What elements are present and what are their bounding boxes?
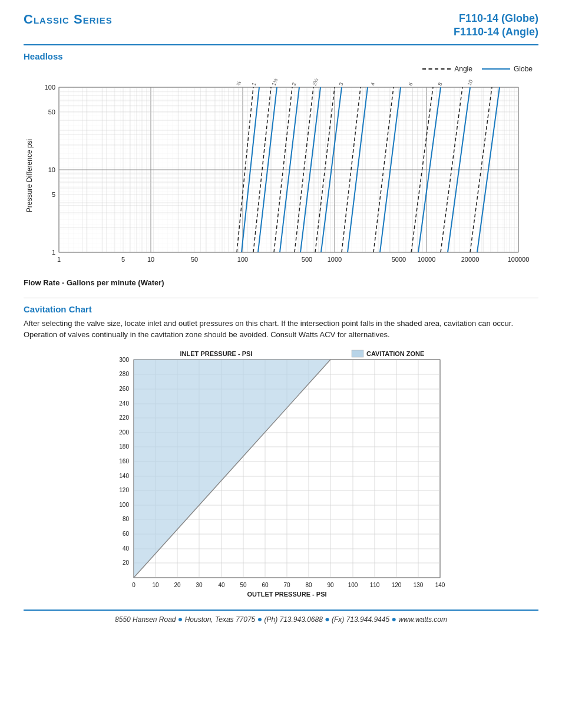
headloss-svg: Pressure Difference psi <box>24 75 536 276</box>
svg-text:100: 100 <box>237 256 248 263</box>
header-left: Classic Series <box>24 12 113 27</box>
svg-text:5: 5 <box>121 256 125 263</box>
y-axis-label: Pressure Difference psi <box>25 139 34 213</box>
legend-globe-line <box>482 68 510 70</box>
svg-text:220: 220 <box>119 414 129 421</box>
headloss-chart-wrap: Angle Globe <box>24 65 538 287</box>
svg-rect-114 <box>352 350 363 357</box>
svg-text:200: 200 <box>119 429 129 436</box>
svg-text:120: 120 <box>392 582 402 588</box>
svg-text:40: 40 <box>218 582 225 588</box>
cavitation-svg: INLET PRESSURE - PSI CAVITATION ZONE <box>98 348 464 601</box>
cavitation-description: After selecting the valve size, locate i… <box>24 318 538 341</box>
svg-text:90: 90 <box>327 582 334 588</box>
footer: 8550 Hansen Road ● Houston, Texas 77075 … <box>24 610 538 624</box>
svg-text:2: 2 <box>290 81 297 86</box>
footer-fax: (Fx) 713.944.9445 <box>332 615 389 624</box>
chart-inner: 100 50 10 5 1 1 5 10 50 100 500 1000 500… <box>45 77 530 263</box>
svg-text:240: 240 <box>119 400 129 407</box>
headloss-title: Headloss <box>24 51 538 61</box>
svg-text:100000: 100000 <box>508 256 530 263</box>
svg-text:5: 5 <box>52 191 55 198</box>
svg-text:10: 10 <box>466 79 474 87</box>
svg-text:140: 140 <box>435 582 445 588</box>
cavitation-section: Cavitation Chart After selecting the val… <box>24 304 538 601</box>
svg-text:60: 60 <box>123 531 130 537</box>
svg-text:130: 130 <box>414 582 424 588</box>
svg-text:100: 100 <box>348 582 358 588</box>
svg-text:80: 80 <box>123 516 130 522</box>
cavitation-zone-label: CAVITATION ZONE <box>366 350 424 357</box>
cavitation-title: Cavitation Chart <box>24 304 538 314</box>
x-axis-label: Flow Rate - Gallons per minute (Water) <box>24 278 164 287</box>
svg-text:20000: 20000 <box>461 256 480 263</box>
svg-text:500: 500 <box>302 256 312 263</box>
svg-text:3: 3 <box>338 81 344 86</box>
legend-angle: Angle <box>422 65 472 73</box>
product-line2: F1110-14 (Angle) <box>454 25 538 39</box>
svg-text:300: 300 <box>119 357 129 363</box>
outlet-pressure-label: OUTLET PRESSURE - PSI <box>247 591 326 598</box>
svg-text:1½: 1½ <box>270 77 279 87</box>
svg-text:50: 50 <box>48 108 55 116</box>
series-title: Classic Series <box>24 12 113 27</box>
legend-angle-line <box>422 68 451 70</box>
svg-text:110: 110 <box>370 582 380 588</box>
svg-text:¾: ¾ <box>235 80 242 87</box>
legend-globe: Globe <box>482 65 533 73</box>
svg-text:140: 140 <box>119 473 129 479</box>
svg-text:100: 100 <box>45 84 55 91</box>
svg-text:10000: 10000 <box>418 256 436 263</box>
svg-text:100: 100 <box>119 502 129 508</box>
header-right: F110-14 (Globe) F1110-14 (Angle) <box>454 12 538 39</box>
legend-globe-label: Globe <box>514 65 533 73</box>
svg-text:260: 260 <box>119 386 129 392</box>
svg-text:1: 1 <box>250 81 257 86</box>
svg-text:10: 10 <box>147 256 154 263</box>
headloss-section: Headloss Angle Globe <box>24 51 538 287</box>
svg-text:6: 6 <box>407 81 414 86</box>
svg-text:120: 120 <box>119 487 129 493</box>
svg-text:4: 4 <box>369 81 376 86</box>
page: Classic Series F110-14 (Globe) F1110-14 … <box>0 0 562 728</box>
svg-text:50: 50 <box>240 582 247 588</box>
svg-text:1: 1 <box>52 249 55 256</box>
svg-text:10: 10 <box>48 166 55 173</box>
svg-text:1000: 1000 <box>328 256 342 263</box>
svg-text:1: 1 <box>57 256 61 263</box>
header: Classic Series F110-14 (Globe) F1110-14 … <box>24 12 538 45</box>
svg-text:60: 60 <box>262 582 269 588</box>
svg-text:180: 180 <box>119 443 129 450</box>
footer-phone: (Ph) 713.943.0688 <box>264 615 322 624</box>
svg-text:160: 160 <box>119 458 129 465</box>
svg-text:5000: 5000 <box>392 256 406 263</box>
product-line1: F110-14 (Globe) <box>454 12 538 25</box>
footer-city: Houston, Texas 77075 <box>185 615 256 624</box>
svg-text:280: 280 <box>119 371 129 377</box>
classic-label: Classic Series <box>24 12 113 27</box>
svg-text:20: 20 <box>123 559 130 566</box>
svg-text:10: 10 <box>152 582 159 588</box>
svg-text:2½: 2½ <box>311 77 319 87</box>
svg-text:50: 50 <box>191 256 198 263</box>
svg-text:8: 8 <box>437 81 443 86</box>
svg-text:40: 40 <box>123 545 130 552</box>
svg-text:20: 20 <box>174 582 181 588</box>
inlet-pressure-label: INLET PRESSURE - PSI <box>180 350 253 357</box>
footer-address: 8550 Hansen Road <box>115 615 176 624</box>
footer-website: www.watts.com <box>398 615 447 624</box>
svg-text:30: 30 <box>196 582 203 588</box>
svg-text:80: 80 <box>305 582 312 588</box>
svg-text:0: 0 <box>132 582 135 588</box>
svg-text:70: 70 <box>283 582 290 588</box>
legend-angle-label: Angle <box>454 65 472 73</box>
